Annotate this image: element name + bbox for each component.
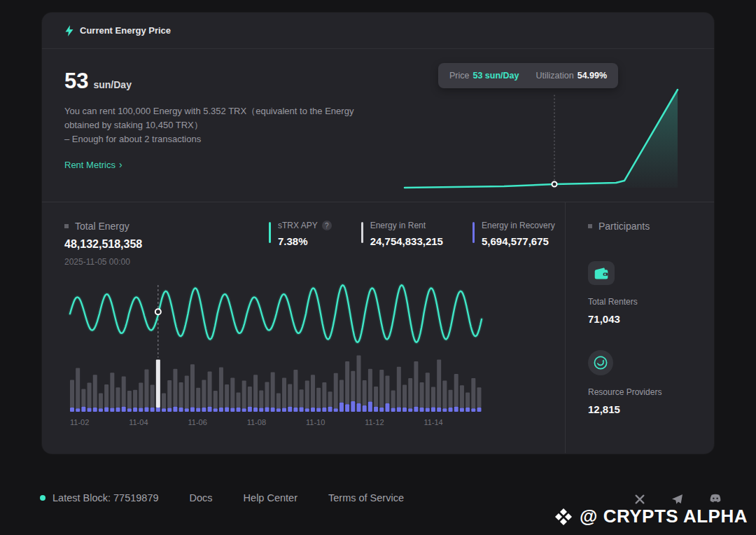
square-bullet-icon [588, 224, 592, 228]
social-links [634, 493, 722, 506]
energy-stats-column: Total Energy 48,132,518,358 2025-11-05 0… [42, 202, 566, 453]
energy-history-chart-svg: 11-0211-0411-0611-0811-1011-1211-14 [64, 282, 518, 431]
current-price: 53 sun/Day [64, 69, 399, 94]
total-renters-value: 71,043 [588, 313, 714, 325]
square-bullet-icon [64, 224, 69, 228]
diamond-logo-icon [554, 508, 573, 526]
energy-in-recovery-label: Energy in Recovery [482, 221, 555, 230]
total-energy-value: 48,132,518,358 [64, 238, 269, 251]
stats-section: Total Energy 48,132,518,358 2025-11-05 0… [42, 202, 714, 453]
energy-in-rent-stat: Energy in Rent 24,754,833,215 [361, 221, 443, 267]
total-energy-label: Total Energy [75, 221, 130, 232]
help-icon[interactable]: ? [322, 221, 332, 230]
tooltip-util-value: 54.99% [578, 71, 607, 81]
footer-link-help-center[interactable]: Help Center [244, 492, 298, 503]
total-energy-label-row: Total Energy [64, 221, 269, 232]
latest-block: Latest Block: 77519879 [40, 492, 159, 503]
rent-description: You can rent 100,000 Energy with 5.352 T… [64, 104, 399, 146]
watermark: @ CRYPTS ALPHA [554, 506, 748, 527]
svg-text:11-10: 11-10 [306, 418, 325, 426]
participants-header: Participants [588, 221, 714, 232]
tooltip-utilization: Utilization54.99% [536, 71, 608, 81]
page: { "theme": { "accent": "#3fe8c7", "purpl… [0, 0, 756, 535]
gray-accent-bar [361, 222, 363, 243]
svg-text:11-06: 11-06 [188, 418, 207, 426]
resource-providers-icon [588, 350, 613, 375]
tooltip-price-value: 53 sun/Day [472, 71, 519, 81]
price-value: 53 [64, 69, 88, 94]
x-twitter-icon[interactable] [634, 494, 645, 505]
latest-block-text: Latest Block: 77519879 [52, 492, 159, 503]
energy-in-recovery-stat: Energy in Recovery 5,694,577,675 [472, 221, 555, 267]
teal-accent-bar [269, 222, 271, 243]
total-energy-block: Total Energy 48,132,518,358 2025-11-05 0… [64, 221, 269, 267]
strx-apy-label-row: sTRX APY ? [278, 221, 332, 230]
svg-text:11-14: 11-14 [424, 418, 442, 426]
footer-link-terms[interactable]: Terms of Service [328, 492, 404, 503]
resource-providers-block: Resource Providers 12,815 [588, 350, 714, 415]
price-unit: sun/Day [93, 79, 131, 90]
status-dot-icon [40, 495, 46, 501]
svg-text:11-02: 11-02 [70, 418, 89, 426]
energy-in-rent-value: 24,754,833,215 [370, 235, 443, 247]
lightning-icon [64, 25, 74, 36]
participants-label: Participants [598, 221, 650, 232]
price-section: 53 sun/Day You can rent 100,000 Energy w… [42, 49, 714, 202]
rent-metrics-link[interactable]: Rent Metrics › [64, 159, 122, 170]
footer: Latest Block: 77519879 Docs Help Center … [40, 492, 404, 503]
strx-apy-stat: sTRX APY ? 7.38% [269, 221, 332, 267]
svg-text:11-04: 11-04 [129, 418, 148, 426]
total-renters-label: Total Renters [588, 297, 714, 307]
resource-providers-label: Resource Providers [588, 387, 714, 397]
rent-description-line3: – Enough for about 2 transactions [64, 132, 399, 146]
tooltip-util-label: Utilization [536, 71, 574, 81]
rent-metrics-label: Rent Metrics [64, 160, 115, 170]
rent-description-line1: You can rent 100,000 Energy with 5.352 T… [64, 104, 399, 118]
tooltip-price: Price53 sun/Day [449, 71, 519, 81]
watermark-text: @ CRYPTS ALPHA [580, 506, 748, 527]
price-summary: 53 sun/Day You can rent 100,000 Energy w… [64, 59, 399, 202]
participants-column: Participants Total Renters 71,043 [566, 202, 714, 453]
chevron-right-icon: › [119, 159, 122, 170]
strx-apy-value: 7.38% [278, 235, 332, 247]
energy-in-recovery-value: 5,694,577,675 [482, 235, 555, 247]
footer-link-docs[interactable]: Docs [190, 492, 213, 503]
energy-history-chart: 11-0211-0411-0611-0811-1011-1211-14 [64, 282, 556, 433]
total-energy-date: 2025-11-05 00:00 [64, 257, 269, 267]
svg-text:11-08: 11-08 [247, 418, 266, 426]
svg-text:11-12: 11-12 [365, 418, 384, 426]
energy-in-rent-label: Energy in Rent [370, 221, 443, 230]
price-trend-chart: Price53 sun/Day Utilization54.99% [399, 60, 693, 202]
telegram-icon[interactable] [671, 493, 683, 506]
stats-row: Total Energy 48,132,518,358 2025-11-05 0… [64, 221, 556, 267]
tooltip-price-label: Price [449, 71, 469, 81]
card-header: Current Energy Price [42, 13, 714, 49]
card-title: Current Energy Price [80, 25, 171, 36]
strx-apy-label: sTRX APY [278, 221, 318, 230]
discord-icon[interactable] [708, 494, 722, 505]
purple-accent-bar [472, 222, 475, 243]
energy-price-card: Current Energy Price 53 sun/Day You can … [42, 13, 714, 454]
rent-description-line2: obtained by staking 10,450 TRX） [64, 118, 399, 132]
chart-tooltip: Price53 sun/Day Utilization54.99% [438, 63, 618, 88]
resource-providers-value: 12,815 [588, 403, 714, 415]
total-renters-block: Total Renters 71,043 [588, 261, 714, 325]
wallet-icon [588, 261, 615, 285]
